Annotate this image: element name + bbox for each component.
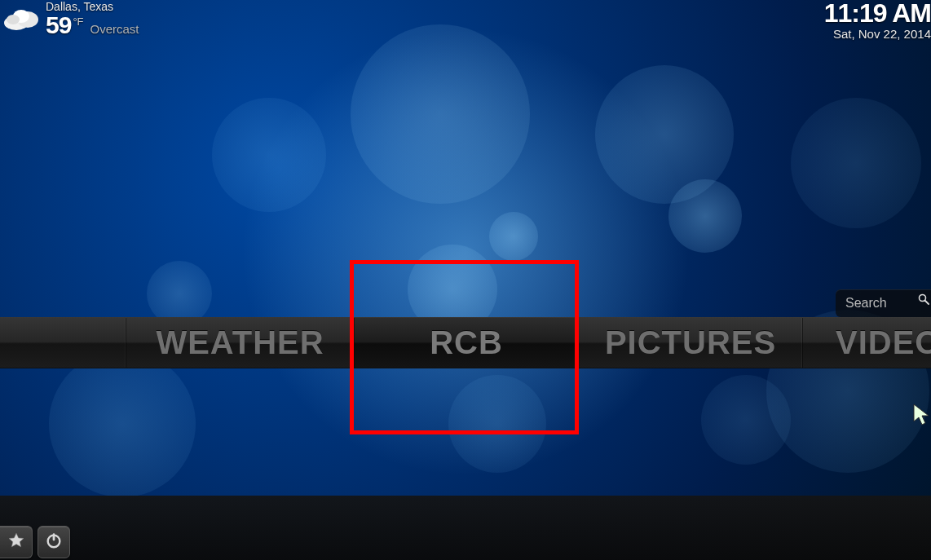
menu-item-videos[interactable]: VIDEOS [803,318,931,368]
clock-time: 11:19 AM [824,0,931,26]
weather-condition: Overcast [90,22,139,36]
menu-item-pictures[interactable]: PICTURES [579,318,803,368]
cloud-overcast-icon [2,2,41,36]
menu-spacer [0,318,126,368]
menu-item-label: PICTURES [605,324,776,361]
main-menu: WEATHER RCB PICTURES VIDEOS [0,317,931,368]
svg-point-3 [7,15,20,24]
menu-item-label: VIDEOS [836,324,931,361]
background [0,0,931,560]
clock-date: Sat, Nov 22, 2014 [824,28,931,40]
menu-item-label: WEATHER [156,324,324,361]
menu-item-label: RCB [430,324,503,361]
favorites-button[interactable] [0,526,33,558]
bottom-panel-bg [0,496,931,560]
weather-unit: °F [73,15,83,28]
svg-rect-7 [53,533,55,540]
clock-widget: 11:19 AM Sat, Nov 22, 2014 [824,0,931,40]
search-icon [918,293,929,305]
search-input[interactable] [845,296,919,311]
svg-line-5 [925,301,929,305]
menu-item-rcb[interactable]: RCB [355,318,579,368]
search-box[interactable] [836,289,931,317]
power-button[interactable] [38,526,70,558]
power-icon [45,531,63,553]
menu-item-weather[interactable]: WEATHER [126,318,355,368]
weather-widget[interactable]: Dallas, Texas 59 °F Overcast [0,0,139,37]
star-icon [7,531,25,553]
bottom-button-bar [0,526,70,560]
weather-temperature: 59 [46,13,71,37]
